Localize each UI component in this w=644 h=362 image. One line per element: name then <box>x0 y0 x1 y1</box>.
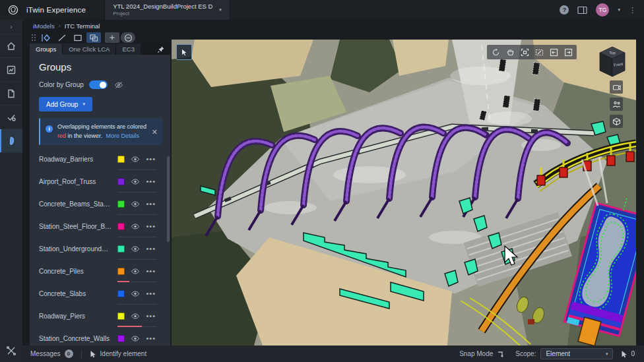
group-color-swatch[interactable] <box>117 223 125 230</box>
group-color-swatch[interactable] <box>117 245 125 253</box>
line-tool-button[interactable] <box>55 32 69 43</box>
group-row[interactable]: Roadway_Piers ••• <box>39 305 162 327</box>
color-by-group-toggle[interactable] <box>89 80 108 89</box>
identify-element-button[interactable]: Identify element <box>82 346 155 362</box>
help-icon[interactable]: ? <box>560 5 569 15</box>
more-options-icon[interactable]: ••• <box>146 247 156 251</box>
group-list: Roadway_Barriers ••• Airport_Roof_Truss … <box>39 148 162 346</box>
copy-mapping-tool-button[interactable] <box>86 32 101 43</box>
itwin-logo-icon[interactable] <box>0 5 26 15</box>
rail-expand-icon[interactable]: › <box>0 20 22 34</box>
sidebar-item-validation[interactable] <box>0 106 22 129</box>
panel-scrollbar[interactable] <box>167 156 170 343</box>
eye-icon[interactable] <box>131 200 140 208</box>
eye-icon[interactable] <box>131 223 140 230</box>
redo-view-button[interactable] <box>562 46 574 58</box>
view-cube[interactable]: Top Front <box>594 42 631 82</box>
fit-view-button[interactable] <box>519 46 531 58</box>
sidebar-item-reports[interactable] <box>0 58 22 82</box>
pan-hand-icon <box>506 48 515 57</box>
model-box-tool-button[interactable] <box>610 115 623 128</box>
group-row[interactable]: Station_Concrete_Walls ••• <box>39 327 162 346</box>
group-row[interactable]: Station_Steel_Floor_Beams ••• <box>39 215 162 237</box>
eye-icon[interactable] <box>131 313 140 320</box>
group-row[interactable]: Concrete_Beams_Station ••• <box>39 193 162 215</box>
eye-icon[interactable] <box>131 268 140 275</box>
messages-button[interactable]: Messages 0 <box>22 346 81 362</box>
info-icon: i <box>46 125 53 133</box>
group-row[interactable]: Station_Underground_Beams ••• <box>39 237 162 260</box>
snap-mode-label: Snap Mode <box>459 350 493 357</box>
project-selector[interactable]: YTL 2024_DesignBuildProject ES D Project… <box>104 0 230 20</box>
add-element-button[interactable] <box>105 32 119 43</box>
camera-tool-button[interactable] <box>610 80 623 94</box>
viewer-select-tool-button[interactable] <box>176 44 192 60</box>
window-area-button[interactable] <box>533 46 545 58</box>
hide-all-eye-slash-icon[interactable] <box>114 81 123 89</box>
rectangle-tool-button[interactable] <box>71 32 85 43</box>
group-color-swatch[interactable] <box>117 178 125 185</box>
tab-one-click-lca[interactable]: One Click LCA <box>63 44 116 55</box>
group-color-swatch[interactable] <box>117 268 125 275</box>
sidebar-item-tools[interactable] <box>0 340 22 362</box>
more-options-icon[interactable]: ••• <box>146 202 156 206</box>
breadcrumb: iModels › ITC Terminal <box>22 20 644 32</box>
eye-icon[interactable] <box>131 245 140 253</box>
selection-count: 0 <box>621 350 635 358</box>
rotate-view-button[interactable] <box>490 46 501 58</box>
group-color-swatch[interactable] <box>117 200 125 208</box>
tab-ec3[interactable]: EC3 <box>116 44 141 55</box>
avatar[interactable]: TG <box>596 3 609 16</box>
snap-mode-button[interactable]: Snap Mode <box>457 350 507 358</box>
select-tool-button[interactable] <box>39 32 53 43</box>
eye-icon[interactable] <box>131 335 140 342</box>
pin-panel-button[interactable] <box>152 44 170 55</box>
more-options-icon[interactable]: ••• <box>146 157 156 161</box>
panel-toggle-icon[interactable] <box>577 6 587 15</box>
more-options-icon[interactable]: ••• <box>146 314 156 318</box>
overlapping-squares-icon <box>89 34 98 42</box>
color-by-group-row: Color by Group <box>39 80 162 89</box>
viewer-canvas[interactable]: Top Front <box>172 40 636 346</box>
scope-select[interactable]: Element ▾ <box>540 348 613 359</box>
more-details-link[interactable]: More Details <box>106 133 140 139</box>
group-row[interactable]: Airport_Roof_Truss ••• <box>39 170 162 193</box>
group-row[interactable]: Concrete_Piles ••• <box>39 260 162 282</box>
group-name: Concrete_Beams_Station <box>39 200 112 208</box>
more-options-icon[interactable]: ••• <box>146 224 156 228</box>
group-name: Concrete_Slabs <box>39 290 112 297</box>
banner-red-word: red <box>57 133 66 139</box>
scope-control: Scope: Element ▾ <box>514 348 614 359</box>
overflow-menu-icon[interactable]: ⋮ <box>629 6 636 15</box>
more-options-icon[interactable]: ••• <box>146 179 156 183</box>
page-title: Groups <box>39 61 162 73</box>
drag-handle-icon[interactable] <box>30 34 38 42</box>
avatar-chevron-icon[interactable]: ▾ <box>618 7 620 13</box>
eye-icon[interactable] <box>131 178 140 185</box>
selection-toolbar <box>30 32 170 44</box>
group-color-swatch[interactable] <box>117 156 125 163</box>
group-row[interactable]: Concrete_Slabs ••• <box>39 282 162 305</box>
group-color-swatch[interactable] <box>117 313 125 320</box>
group-color-swatch[interactable] <box>117 290 125 297</box>
add-group-button[interactable]: Add Group ▾ <box>39 97 92 111</box>
pan-view-button[interactable] <box>504 46 516 58</box>
remove-element-button[interactable] <box>121 32 135 43</box>
sidebar-item-documents[interactable] <box>0 82 22 106</box>
more-options-icon[interactable]: ••• <box>146 291 156 295</box>
undo-view-button[interactable] <box>548 46 560 58</box>
close-icon[interactable]: ✕ <box>152 126 158 137</box>
group-color-swatch[interactable] <box>117 335 125 342</box>
overlap-info-banner: i Overlapping elements are colored red i… <box>39 118 162 145</box>
breadcrumb-imodels[interactable]: iModels <box>33 22 55 30</box>
more-options-icon[interactable]: ••• <box>146 269 156 273</box>
sidebar-item-carbon[interactable] <box>0 129 22 153</box>
tab-groups[interactable]: Groups <box>30 44 63 55</box>
sidebar-item-home[interactable] <box>0 34 22 58</box>
group-row[interactable]: Roadway_Barriers ••• <box>39 148 162 170</box>
aerial-scene <box>172 40 636 346</box>
more-options-icon[interactable]: ••• <box>146 336 156 340</box>
people-tool-button[interactable] <box>610 98 623 111</box>
eye-icon[interactable] <box>131 290 140 297</box>
eye-icon[interactable] <box>131 156 140 163</box>
